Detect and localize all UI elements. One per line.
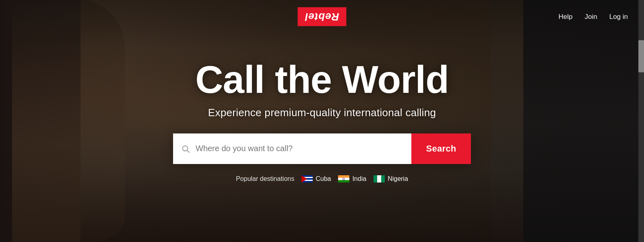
flag-india-icon — [338, 175, 349, 183]
popular-destinations: Popular destinations Cuba India Nigeria — [236, 175, 408, 183]
search-icon — [181, 144, 190, 153]
search-input[interactable] — [196, 144, 403, 153]
logo-wrapper: Rebtel — [220, 7, 424, 26]
nav-join-link[interactable]: Join — [585, 13, 597, 21]
flag-cuba-icon — [301, 175, 313, 183]
hero-content: Call the World Experience premium-qualit… — [0, 59, 644, 183]
nav-help-link[interactable]: Help — [559, 13, 573, 21]
hero-subtitle: Experience premium-quality international… — [208, 107, 436, 119]
destination-cuba[interactable]: Cuba — [301, 175, 331, 183]
search-container: Search — [173, 133, 471, 164]
search-button[interactable]: Search — [411, 133, 471, 164]
svg-line-1 — [187, 150, 189, 152]
nav-login-link[interactable]: Log in — [609, 13, 628, 21]
destination-nigeria[interactable]: Nigeria — [374, 175, 408, 183]
destination-india-label: India — [352, 175, 366, 183]
destination-india[interactable]: India — [338, 175, 366, 183]
destination-cuba-label: Cuba — [316, 175, 331, 183]
popular-label: Popular destinations — [236, 175, 294, 183]
scrollbar[interactable] — [638, 0, 644, 242]
hero-title: Call the World — [195, 59, 449, 100]
destination-nigeria-label: Nigeria — [388, 175, 408, 183]
scrollbar-thumb[interactable] — [638, 40, 644, 72]
logo[interactable]: Rebtel — [297, 7, 346, 26]
hero-section: Rebtel Help Join Log in Call the World E… — [0, 0, 644, 242]
header: Rebtel Help Join Log in — [0, 0, 644, 33]
flag-nigeria-icon — [374, 175, 385, 183]
search-input-wrapper — [173, 133, 411, 164]
header-nav: Help Join Log in — [424, 13, 628, 21]
